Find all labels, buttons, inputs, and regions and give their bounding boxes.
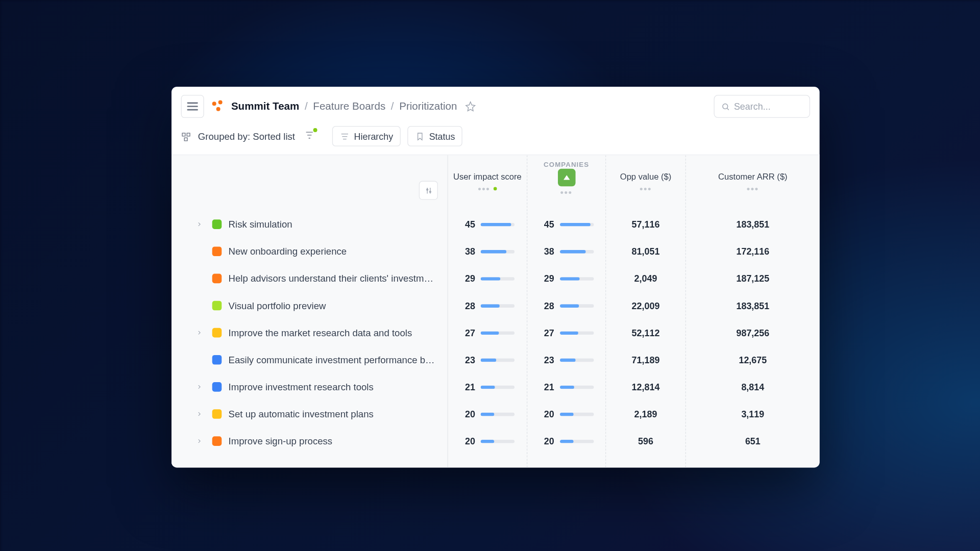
expand-toggle[interactable]	[193, 411, 206, 417]
table-row[interactable]: Risk simulation	[172, 211, 448, 238]
arr-cell[interactable]: 8,814	[686, 373, 820, 400]
opp-value: 81,051	[632, 246, 660, 257]
impact-cell[interactable]: 20	[448, 428, 527, 455]
score-bar	[559, 358, 593, 362]
grouped-by-label[interactable]: Grouped by: Sorted list	[198, 131, 295, 141]
opp-cell[interactable]: 81,051	[606, 238, 685, 265]
row-title: New onboarding experience	[229, 246, 347, 257]
impact-cell[interactable]: 28	[448, 292, 527, 319]
opp-cell[interactable]: 22,009	[606, 292, 685, 319]
expand-toggle[interactable]	[193, 329, 206, 336]
color-swatch	[212, 436, 222, 446]
impact-value: 21	[460, 382, 475, 392]
arr-cell[interactable]: 987,256	[686, 319, 820, 346]
opp-cell[interactable]: 2,049	[606, 265, 685, 292]
row-title: Help advisors understand their clients' …	[229, 273, 437, 284]
table-row[interactable]: Set up automatic investment plans	[172, 400, 448, 428]
opp-value: 12,814	[632, 382, 660, 392]
opp-cell[interactable]: 52,112	[606, 319, 685, 346]
row-title: Visual portfolio preview	[229, 300, 326, 311]
opp-header[interactable]: Opp value ($) •••	[606, 155, 685, 211]
color-swatch	[212, 219, 222, 229]
filter-button[interactable]	[305, 130, 315, 142]
status-button[interactable]: Status	[407, 126, 462, 146]
search-box[interactable]	[714, 95, 810, 118]
arr-value: 183,851	[736, 300, 769, 311]
star-icon[interactable]	[465, 101, 476, 112]
impact-value: 27	[460, 328, 475, 338]
impact-cell[interactable]: 38	[448, 238, 527, 265]
color-swatch	[212, 355, 222, 365]
table-row[interactable]: Easily communicate investment performanc…	[172, 346, 448, 373]
expand-toggle[interactable]	[193, 438, 206, 444]
arr-cell[interactable]: 651	[686, 428, 820, 455]
search-input[interactable]	[734, 102, 803, 112]
impact-value: 20	[460, 409, 475, 419]
companies-cell[interactable]: 29	[527, 265, 605, 292]
opp-cell[interactable]: 12,814	[606, 373, 685, 400]
data-grid: Risk simulationNew onboarding experience…	[172, 155, 820, 468]
companies-cell[interactable]: 38	[527, 238, 605, 265]
table-row[interactable]: New onboarding experience	[172, 238, 448, 265]
impact-cell[interactable]: 21	[448, 373, 527, 400]
opp-value: 596	[638, 436, 653, 446]
opp-cell[interactable]: 2,189	[606, 400, 685, 428]
arr-cell[interactable]: 172,116	[686, 238, 820, 265]
table-row[interactable]: Help advisors understand their clients' …	[172, 265, 448, 292]
opp-value: 2,049	[634, 273, 657, 284]
arr-cell[interactable]: 187,125	[686, 265, 820, 292]
arr-value: 987,256	[736, 328, 769, 338]
companies-cell[interactable]: 23	[527, 346, 605, 373]
hierarchy-button[interactable]: Hierarchy	[332, 126, 401, 146]
impact-cell[interactable]: 27	[448, 319, 527, 346]
opp-value: 52,112	[632, 328, 660, 338]
impact-cell[interactable]: 20	[448, 400, 527, 428]
view-toolbar: Grouped by: Sorted list Hierarchy Status	[172, 126, 820, 155]
table-row[interactable]: Improve the market research data and too…	[172, 319, 448, 346]
score-bar	[481, 277, 514, 281]
arr-header[interactable]: Customer ARR ($) •••	[686, 155, 820, 211]
companies-cell[interactable]: 21	[527, 373, 605, 400]
table-row[interactable]: Improve investment research tools	[172, 373, 448, 400]
hamburger-icon	[187, 103, 198, 111]
color-swatch	[212, 274, 222, 284]
impact-cell[interactable]: 29	[448, 265, 527, 292]
companies-header[interactable]: COMPANIES •••	[527, 155, 605, 211]
breadcrumb-team[interactable]: Summit Team	[231, 101, 299, 113]
impact-header[interactable]: User impact score •••	[448, 155, 527, 211]
companies-value: 38	[540, 246, 554, 257]
opp-cell[interactable]: 57,116	[606, 211, 685, 238]
arr-cell[interactable]: 183,851	[686, 292, 820, 319]
companies-cell[interactable]: 45	[527, 211, 605, 238]
arr-cell[interactable]: 12,675	[686, 346, 820, 373]
opp-cell[interactable]: 71,189	[606, 346, 685, 373]
table-row[interactable]: Improve sign-up process	[172, 428, 448, 455]
arr-cell[interactable]: 183,851	[686, 211, 820, 238]
group-icon	[181, 131, 191, 141]
arr-cell[interactable]: 3,119	[686, 400, 820, 428]
arr-value: 172,116	[736, 246, 769, 257]
companies-cell[interactable]: 20	[527, 400, 605, 428]
impact-cell[interactable]: 23	[448, 346, 527, 373]
table-row[interactable]: Visual portfolio preview	[172, 292, 448, 319]
companies-cell[interactable]: 20	[527, 428, 605, 455]
expand-toggle[interactable]	[193, 221, 206, 228]
companies-cell[interactable]: 28	[527, 292, 605, 319]
menu-button[interactable]	[181, 95, 204, 118]
breadcrumb-board[interactable]: Feature Boards	[313, 101, 385, 113]
companies-cell[interactable]: 27	[527, 319, 605, 346]
expand-toggle[interactable]	[193, 384, 206, 390]
score-bar	[481, 222, 514, 226]
active-dot	[494, 187, 497, 191]
impact-cell[interactable]: 45	[448, 211, 527, 238]
breadcrumb-sep: /	[305, 101, 308, 113]
impact-label: User impact score	[453, 172, 522, 182]
color-swatch	[212, 382, 222, 392]
breadcrumb-page[interactable]: Prioritization	[399, 101, 457, 113]
companies-value: 21	[540, 382, 554, 392]
column-settings-button[interactable]	[419, 181, 438, 200]
breadcrumb: Summit Team / Feature Boards / Prioritiz…	[231, 101, 457, 113]
svg-rect-3	[184, 137, 187, 140]
arr-value: 651	[745, 436, 761, 446]
opp-cell[interactable]: 596	[606, 428, 685, 455]
